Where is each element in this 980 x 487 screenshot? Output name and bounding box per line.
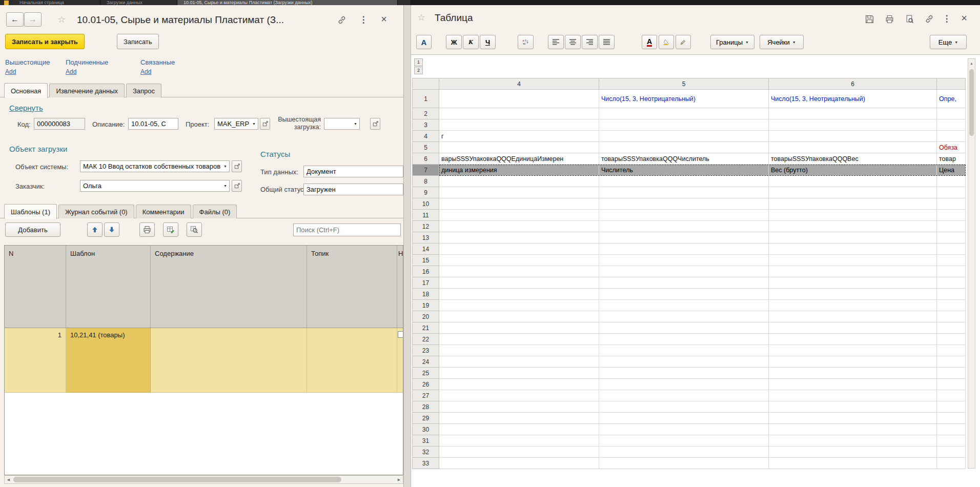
relation-add-parents[interactable]: Add xyxy=(5,68,16,75)
column-header-template[interactable]: Шаблон xyxy=(66,246,151,328)
sheet-cell[interactable] xyxy=(937,187,966,198)
sheet-cell[interactable]: варыSSSУпаковкаQQQЕдиницаИзмерен xyxy=(439,153,599,165)
cells-dropdown[interactable]: Ячейки▼ xyxy=(760,35,804,49)
sheet-cell[interactable] xyxy=(937,108,966,119)
sheet-cell[interactable] xyxy=(599,108,769,119)
row-header[interactable]: 17 xyxy=(413,277,439,289)
sheet-cell[interactable] xyxy=(937,244,966,255)
chevron-down-icon[interactable]: ▼ xyxy=(250,118,258,129)
sheet-cell[interactable] xyxy=(599,311,769,322)
sheet-cell[interactable] xyxy=(769,300,937,311)
column-header-topic[interactable]: Топик xyxy=(307,246,397,328)
window-tab-pinned[interactable] xyxy=(398,0,411,5)
row-header[interactable]: 33 xyxy=(413,458,439,469)
sheet-cell[interactable] xyxy=(937,345,966,356)
close-form-icon[interactable]: × xyxy=(378,13,390,25)
row-header[interactable]: 5 xyxy=(413,142,439,153)
row-header[interactable]: 28 xyxy=(413,401,439,413)
column-header[interactable]: 6 xyxy=(769,78,937,90)
sheet-cell[interactable] xyxy=(937,255,966,266)
sheet-cell[interactable] xyxy=(439,345,599,356)
sheet-cell[interactable] xyxy=(439,232,599,244)
sheet-cell[interactable] xyxy=(439,210,599,221)
sheet-cell[interactable] xyxy=(599,289,769,300)
sheet-cell[interactable] xyxy=(439,90,599,108)
pane-splitter[interactable] xyxy=(404,5,411,487)
sheet-cell[interactable] xyxy=(769,356,937,368)
column-header[interactable]: 4 xyxy=(439,78,599,90)
sheet-cell[interactable] xyxy=(439,266,599,277)
sheet-cell[interactable] xyxy=(769,390,937,401)
sheet-cell[interactable] xyxy=(599,255,769,266)
print-preview-icon[interactable] xyxy=(904,13,915,25)
row-header[interactable]: 19 xyxy=(413,300,439,311)
sheet-cell[interactable] xyxy=(439,119,599,131)
sheet-cell[interactable] xyxy=(439,300,599,311)
sheet-cell[interactable] xyxy=(599,198,769,210)
save-button[interactable]: Записать xyxy=(117,34,159,49)
edit-template-button[interactable] xyxy=(163,222,178,237)
forward-button[interactable]: → xyxy=(24,12,42,27)
window-tab-current[interactable]: 10.01-05, Сырье и материалы Пластимат (З… xyxy=(177,0,398,5)
sheet-cell[interactable] xyxy=(769,244,937,255)
row-header[interactable]: 2 xyxy=(413,108,439,119)
row-header[interactable]: 11 xyxy=(413,210,439,221)
sheet-cell[interactable] xyxy=(937,198,966,210)
row-header[interactable]: 15 xyxy=(413,255,439,266)
sheet-cell[interactable] xyxy=(937,289,966,300)
sheet-cell[interactable] xyxy=(599,379,769,390)
sheet-cell[interactable] xyxy=(937,221,966,232)
group-level-1-button[interactable]: 1 xyxy=(414,58,423,66)
sheet-cell[interactable] xyxy=(937,277,966,289)
window-tab-loads[interactable]: Загрузки данных xyxy=(100,0,177,5)
row-header[interactable]: 29 xyxy=(413,413,439,424)
scrollbar-thumb[interactable] xyxy=(13,477,341,482)
sheet-cell[interactable] xyxy=(439,277,599,289)
font-color-button[interactable]: А xyxy=(642,35,657,49)
search-input[interactable] xyxy=(293,224,401,236)
sheet-cell[interactable] xyxy=(937,458,966,469)
tab-event-log[interactable]: Журнал событий (0) xyxy=(58,205,134,218)
sheet-cell[interactable] xyxy=(769,458,937,469)
align-justify-button[interactable] xyxy=(599,35,615,49)
sheet-cell[interactable] xyxy=(599,119,769,131)
sheet-cell[interactable] xyxy=(439,424,599,435)
sheet-cell[interactable] xyxy=(599,447,769,458)
sheet-cell[interactable] xyxy=(769,435,937,447)
sheet-cell[interactable] xyxy=(769,108,937,119)
sheet-cell[interactable] xyxy=(599,401,769,413)
sheet-cell[interactable] xyxy=(439,413,599,424)
copy-link-icon[interactable] xyxy=(924,13,935,25)
sheet-cell[interactable] xyxy=(599,413,769,424)
column-header-n[interactable]: N xyxy=(5,246,66,328)
customer-combo[interactable]: Ольга▼ xyxy=(80,180,230,192)
sheet-cell[interactable] xyxy=(769,322,937,334)
sheet-cell[interactable]: Обяза xyxy=(937,142,966,153)
sheet-cell[interactable] xyxy=(769,311,937,322)
print-template-button[interactable] xyxy=(139,222,155,237)
preview-template-button[interactable] xyxy=(187,222,202,237)
sheet-cell[interactable] xyxy=(599,244,769,255)
sheet-cell[interactable] xyxy=(599,232,769,244)
sheet-cell[interactable] xyxy=(599,424,769,435)
project-open-button[interactable] xyxy=(260,118,270,130)
add-template-button[interactable]: Добавить xyxy=(5,222,60,237)
collapse-link[interactable]: Свернуть xyxy=(9,104,43,112)
cell-template[interactable]: 10,21,41 (товары) xyxy=(66,328,151,393)
sheet-cell[interactable] xyxy=(439,289,599,300)
sheet-cell[interactable] xyxy=(937,232,966,244)
sheet-cell[interactable] xyxy=(937,176,966,187)
sheet-cell[interactable] xyxy=(937,390,966,401)
sheet-cell[interactable] xyxy=(439,311,599,322)
sheet-cell[interactable] xyxy=(769,119,937,131)
chevron-down-icon[interactable]: ▼ xyxy=(352,118,359,129)
row-header[interactable]: 22 xyxy=(413,334,439,345)
sheet-cell[interactable] xyxy=(937,311,966,322)
cell-topic[interactable] xyxy=(307,328,397,393)
tab-data-extraction[interactable]: Извлечение данных xyxy=(49,84,125,97)
more-menu-icon[interactable]: ⋮ xyxy=(358,14,369,25)
sheet-cell[interactable]: Числитель xyxy=(599,165,769,176)
font-button[interactable]: А xyxy=(416,35,432,49)
row-header[interactable]: 27 xyxy=(413,390,439,401)
sheet-cell[interactable] xyxy=(599,300,769,311)
